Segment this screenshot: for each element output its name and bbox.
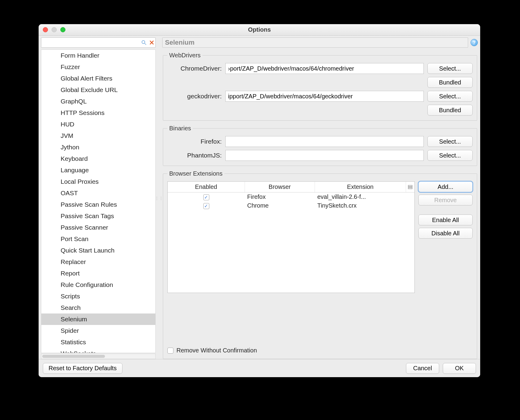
chromedriver-path[interactable] bbox=[225, 63, 424, 74]
panel-title: Selenium bbox=[162, 37, 468, 48]
geckodriver-path[interactable] bbox=[225, 91, 424, 102]
sidebar-item-global-exclude-url[interactable]: Global Exclude URL bbox=[41, 84, 155, 96]
browser-cell: Firefox bbox=[245, 192, 315, 201]
sidebar-item-passive-scanner[interactable]: Passive Scanner bbox=[41, 222, 155, 233]
col-enabled[interactable]: Enabled bbox=[168, 182, 245, 192]
geckodriver-select-button[interactable]: Select... bbox=[427, 91, 473, 102]
scroll-thumb[interactable] bbox=[42, 355, 105, 358]
sidebar-item-form-handler[interactable]: Form Handler bbox=[41, 50, 155, 61]
help-icon[interactable]: ? bbox=[471, 39, 478, 46]
remove-confirm-checkbox[interactable] bbox=[167, 348, 173, 354]
sidebar-item-hud[interactable]: HUD bbox=[41, 119, 155, 130]
reset-defaults-button[interactable]: Reset to Factory Defaults bbox=[43, 363, 122, 374]
sidebar-item-port-scan[interactable]: Port Scan bbox=[41, 233, 155, 245]
sidebar-item-spider[interactable]: Spider bbox=[41, 325, 155, 336]
enable-all-button[interactable]: Enable All bbox=[418, 215, 473, 225]
firefox-label: Firefox: bbox=[167, 138, 222, 145]
window-body: Form HandlerFuzzerGlobal Alert FiltersGl… bbox=[39, 36, 480, 359]
webdrivers-legend: WebDrivers bbox=[167, 52, 202, 59]
enabled-checkbox[interactable]: ✓ bbox=[203, 194, 209, 200]
phantomjs-label: PhantomJS: bbox=[167, 152, 222, 159]
col-browser[interactable]: Browser bbox=[245, 182, 315, 192]
col-extension[interactable]: Extension bbox=[315, 182, 406, 192]
options-list[interactable]: Form HandlerFuzzerGlobal Alert FiltersGl… bbox=[41, 49, 156, 353]
sidebar-item-passive-scan-tags[interactable]: Passive Scan Tags bbox=[41, 210, 155, 222]
ok-button[interactable]: OK bbox=[443, 363, 476, 374]
sidebar-item-report[interactable]: Report bbox=[41, 268, 155, 279]
options-window: Options Form HandlerFuzzerGlobal Alert F… bbox=[39, 24, 480, 377]
remove-button: Remove bbox=[418, 195, 473, 205]
svg-rect-6 bbox=[408, 188, 412, 189]
geckodriver-bundled-button[interactable]: Bundled bbox=[427, 105, 473, 116]
svg-point-0 bbox=[142, 40, 145, 43]
sidebar-item-oast[interactable]: OAST bbox=[41, 187, 155, 199]
sidebar-hscroll[interactable] bbox=[41, 354, 156, 359]
sidebar-item-rule-configuration[interactable]: Rule Configuration bbox=[41, 279, 155, 291]
titlebar: Options bbox=[39, 24, 480, 36]
enabled-checkbox[interactable]: ✓ bbox=[203, 203, 209, 209]
svg-rect-4 bbox=[408, 185, 412, 186]
phantomjs-select-button[interactable]: Select... bbox=[427, 150, 473, 161]
remove-confirm-label: Remove Without Confirmation bbox=[176, 347, 257, 354]
sidebar-item-fuzzer[interactable]: Fuzzer bbox=[41, 61, 155, 73]
extensions-legend: Browser Extensions bbox=[167, 170, 224, 177]
sidebar-item-language[interactable]: Language bbox=[41, 164, 155, 176]
sidebar-item-replacer[interactable]: Replacer bbox=[41, 256, 155, 268]
sidebar-item-jvm[interactable]: JVM bbox=[41, 130, 155, 142]
extensions-table[interactable]: Enabled Browser Extension ✓Firefoxeval_v… bbox=[167, 181, 415, 293]
chromedriver-bundled-button[interactable]: Bundled bbox=[427, 77, 473, 88]
table-row[interactable]: ✓ChromeTinySketch.crx bbox=[168, 201, 414, 210]
extension-cell: TinySketch.crx bbox=[315, 201, 406, 210]
sidebar-item-scripts[interactable]: Scripts bbox=[41, 291, 155, 302]
table-header: Enabled Browser Extension bbox=[168, 182, 414, 192]
extension-cell: eval_villain-2.6-f... bbox=[315, 192, 406, 201]
chromedriver-label: ChromeDriver: bbox=[167, 65, 222, 72]
webdrivers-group: WebDrivers ChromeDriver: Select... Bundl… bbox=[163, 52, 477, 121]
panel-header: Selenium ? bbox=[162, 37, 478, 48]
sidebar-item-passive-scan-rules[interactable]: Passive Scan Rules bbox=[41, 199, 155, 210]
geckodriver-label: geckodriver: bbox=[167, 93, 222, 100]
disable-all-button[interactable]: Disable All bbox=[418, 228, 473, 239]
chromedriver-select-button[interactable]: Select... bbox=[427, 63, 473, 74]
clear-icon[interactable] bbox=[149, 40, 155, 46]
binaries-group: Binaries Firefox: Select... PhantomJS: S… bbox=[163, 125, 477, 166]
svg-rect-5 bbox=[408, 186, 412, 187]
footer: Reset to Factory Defaults Cancel OK bbox=[39, 359, 480, 377]
extensions-group: Browser Extensions Enabled Browser Exten… bbox=[163, 170, 477, 359]
svg-line-1 bbox=[145, 43, 146, 45]
add-button[interactable]: Add... bbox=[418, 181, 473, 192]
search-icon[interactable] bbox=[141, 40, 147, 46]
sidebar-item-jython[interactable]: Jython bbox=[41, 142, 155, 153]
sidebar-item-websockets[interactable]: WebSockets bbox=[41, 348, 155, 353]
binaries-legend: Binaries bbox=[167, 125, 193, 132]
browser-cell: Chrome bbox=[245, 201, 315, 210]
remove-confirm-row: Remove Without Confirmation bbox=[167, 347, 473, 354]
sidebar-item-quick-start-launch[interactable]: Quick Start Launch bbox=[41, 245, 155, 256]
phantomjs-path[interactable] bbox=[225, 150, 424, 161]
firefox-path[interactable] bbox=[225, 136, 424, 147]
sidebar-item-search[interactable]: Search bbox=[41, 302, 155, 313]
content-panel: Selenium ? WebDrivers ChromeDriver: Sele… bbox=[162, 37, 478, 359]
sidebar-item-global-alert-filters[interactable]: Global Alert Filters bbox=[41, 73, 155, 84]
cancel-button[interactable]: Cancel bbox=[406, 363, 439, 374]
sidebar: Form HandlerFuzzerGlobal Alert FiltersGl… bbox=[41, 37, 156, 359]
sidebar-item-http-sessions[interactable]: HTTP Sessions bbox=[41, 107, 155, 119]
search-row bbox=[41, 37, 156, 48]
table-body: ✓Firefoxeval_villain-2.6-f...✓ChromeTiny… bbox=[168, 192, 414, 293]
sidebar-item-statistics[interactable]: Statistics bbox=[41, 336, 155, 348]
table-row[interactable]: ✓Firefoxeval_villain-2.6-f... bbox=[168, 192, 414, 201]
column-selector-icon[interactable] bbox=[406, 182, 414, 192]
sidebar-item-selenium[interactable]: Selenium bbox=[41, 313, 155, 325]
extensions-side-buttons: Add... Remove Enable All Disable All bbox=[418, 181, 473, 344]
window-title: Options bbox=[39, 26, 480, 33]
search-input[interactable] bbox=[42, 39, 139, 46]
sidebar-item-keyboard[interactable]: Keyboard bbox=[41, 153, 155, 164]
sidebar-item-graphql[interactable]: GraphQL bbox=[41, 96, 155, 107]
firefox-select-button[interactable]: Select... bbox=[427, 136, 473, 147]
split-handle[interactable]: ⋮⋮ bbox=[157, 37, 160, 359]
sidebar-item-local-proxies[interactable]: Local Proxies bbox=[41, 176, 155, 187]
